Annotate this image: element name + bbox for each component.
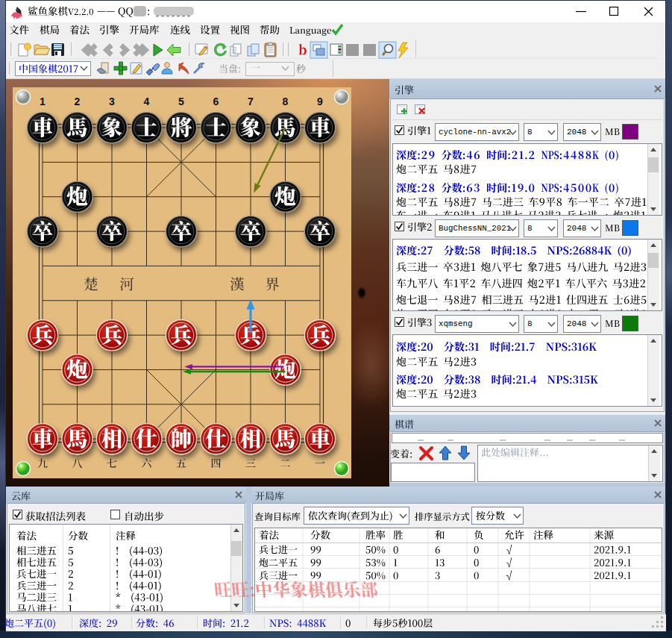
svg-text:8: 8: [283, 96, 289, 107]
svg-text:9: 9: [317, 96, 323, 107]
svg-text:6: 6: [213, 96, 219, 107]
svg-text:2: 2: [75, 96, 81, 107]
svg-text:3: 3: [109, 96, 115, 107]
svg-text:5: 5: [178, 96, 184, 107]
svg-text:1: 1: [40, 96, 45, 107]
svg-text:4: 4: [144, 96, 150, 107]
svg-text:7: 7: [248, 96, 254, 107]
